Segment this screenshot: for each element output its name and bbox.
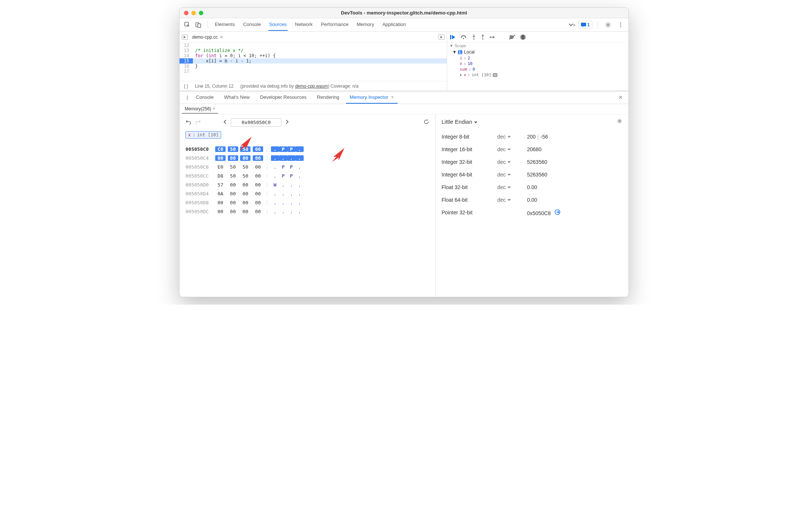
tab-application[interactable]: Application <box>382 19 407 31</box>
close-icon[interactable]: × <box>213 106 215 111</box>
memory-inspector: 0x005050C0 x: int [10] <box>180 114 628 297</box>
value-row: Integer 32-bitdec 5263560 <box>442 156 623 168</box>
scope-var[interactable]: sum: 0 <box>452 66 626 72</box>
step-over-icon[interactable] <box>460 35 467 40</box>
hex-row[interactable]: 005050D40A000000.... <box>185 189 429 198</box>
hex-row[interactable]: 005050DC00000000.... <box>185 207 429 216</box>
close-drawer-icon[interactable]: × <box>615 94 626 101</box>
step-into-icon[interactable] <box>472 34 476 40</box>
drawer-tabs: ConsoleWhat's NewDeveloper ResourcesRend… <box>180 91 628 104</box>
settings-gear-icon[interactable] <box>617 118 623 125</box>
prev-page-icon[interactable] <box>223 119 227 126</box>
kebab-menu-icon[interactable] <box>616 20 626 30</box>
object-chip[interactable]: x: int [10] <box>185 131 221 139</box>
tab-sources[interactable]: Sources <box>268 19 288 31</box>
scope-var[interactable]: ▸x: int [10] <box>452 72 626 78</box>
settings-gear-icon[interactable] <box>603 20 613 30</box>
value-row: Pointer 32-bit0x5050C8 <box>442 206 623 219</box>
hex-row[interactable]: 005050D800000000.... <box>185 198 429 207</box>
scope-header[interactable]: ▼ Scope <box>449 43 626 49</box>
svg-point-5 <box>620 22 621 23</box>
redo-icon[interactable] <box>195 119 201 126</box>
format-select[interactable]: dec <box>497 184 527 190</box>
value-interpreter: Little Endian Integer 8-bitdec 200-56Int… <box>435 114 628 297</box>
format-select[interactable]: dec <box>497 134 527 140</box>
memory-nav: 0x005050C0 <box>185 118 429 127</box>
format-select[interactable]: dec <box>497 146 527 152</box>
drawer-tab-what-s-new[interactable]: What's New <box>220 91 253 104</box>
tab-console[interactable]: Console <box>242 19 262 31</box>
editor-statusbar: { } Line 15, Column 12 (provided via deb… <box>180 81 447 91</box>
tab-elements[interactable]: Elements <box>214 19 236 31</box>
step-icon[interactable] <box>489 35 496 39</box>
tab-network[interactable]: Network <box>294 19 314 31</box>
window-title: DevTools - memory-inspector.glitch.me/de… <box>180 10 628 16</box>
messages-badge[interactable]: 1 <box>578 21 592 29</box>
wasm-link[interactable]: demo-cpp.wasm <box>295 84 328 89</box>
refresh-icon[interactable] <box>423 119 429 126</box>
svg-point-12 <box>490 36 491 38</box>
svg-point-6 <box>620 24 621 25</box>
value-row: Float 64-bitdec 0.00 <box>442 194 623 206</box>
chip-type: int [10] <box>197 132 219 137</box>
svg-point-9 <box>463 38 464 39</box>
endian-select[interactable]: Little Endian <box>442 119 478 125</box>
svg-rect-8 <box>450 35 451 39</box>
pause-exceptions-icon[interactable] <box>520 34 526 40</box>
drawer-tab-memory-inspector[interactable]: Memory Inspector × <box>346 91 398 104</box>
drawer-tab-rendering[interactable]: Rendering <box>313 91 343 104</box>
hex-row[interactable]: 005050C0C8505000.PP. <box>185 145 429 153</box>
next-page-icon[interactable] <box>285 119 289 126</box>
format-select[interactable]: dec <box>497 159 527 165</box>
scope-panel: ▼ Scope ▼ LLocal i: 2n: 10sum: 0▸x: int … <box>447 43 628 91</box>
svg-point-17 <box>187 97 188 98</box>
memory-tab[interactable]: Memory(256) × <box>182 105 218 114</box>
value-row: Float 32-bitdec 0.00 <box>442 181 623 194</box>
hex-row[interactable]: 005050C8E0505000.PP. <box>185 162 429 171</box>
file-tab[interactable]: demo-cpp.cc × <box>190 33 225 42</box>
deactivate-breakpoints-icon[interactable] <box>509 35 515 40</box>
kebab-menu-icon[interactable] <box>182 93 192 103</box>
tab-memory[interactable]: Memory <box>356 19 375 31</box>
value-row: Integer 16-bitdec 20680 <box>442 143 623 156</box>
inspect-element-icon[interactable] <box>182 20 192 30</box>
svg-point-7 <box>620 26 621 27</box>
format-select[interactable]: dec <box>497 172 527 178</box>
debugger-toolbar <box>447 32 628 43</box>
device-toolbar-icon[interactable] <box>194 20 203 30</box>
scope-var[interactable]: i: 2 <box>452 55 626 61</box>
file-tab-label: demo-cpp.cc <box>192 35 218 40</box>
close-icon[interactable]: × <box>220 34 223 40</box>
undo-icon[interactable] <box>185 119 191 126</box>
hex-view[interactable]: 005050C0C8505000.PP.005050C400000000....… <box>185 145 429 216</box>
navigator-icon[interactable] <box>182 35 188 40</box>
address-input[interactable]: 0x005050C0 <box>231 118 281 127</box>
editor-pane: demo-cpp.cc × 1213/* initialize x */14fo… <box>180 32 447 91</box>
snippets-icon[interactable] <box>439 35 445 40</box>
format-select[interactable]: dec <box>497 197 527 203</box>
hex-row[interactable]: 005050C400000000.... <box>185 153 429 162</box>
svg-rect-13 <box>522 36 523 39</box>
scope-var[interactable]: n: 10 <box>452 61 626 66</box>
code-editor[interactable]: 1213/* initialize x */14for (int i = 0; … <box>180 43 447 81</box>
goto-icon[interactable] <box>555 210 560 216</box>
scope-local[interactable]: ▼ LLocal <box>452 49 626 55</box>
memory-view: 0x005050C0 x: int [10] <box>180 114 435 297</box>
devtools-window: DevTools - memory-inspector.glitch.me/de… <box>179 7 629 297</box>
drawer-tab-developer-resources[interactable]: Developer Resources <box>256 91 310 104</box>
more-tabs-icon[interactable]: » <box>567 20 577 30</box>
hex-row[interactable]: 005050CCD8505000.PP. <box>185 171 429 180</box>
step-out-icon[interactable] <box>481 34 485 40</box>
svg-point-18 <box>187 98 188 99</box>
tab-performance[interactable]: Performance <box>320 19 349 31</box>
resume-icon[interactable] <box>450 35 456 40</box>
drawer-tab-console[interactable]: Console <box>192 91 217 104</box>
value-row: Integer 64-bitdec 5263560 <box>442 168 623 181</box>
svg-rect-15 <box>493 74 497 77</box>
hex-row[interactable]: 005050D057000000W... <box>185 180 429 189</box>
svg-rect-2 <box>198 24 201 27</box>
messages-count: 1 <box>587 22 590 27</box>
memory-tabs: Memory(256) × <box>180 104 628 114</box>
panel-tabs: ElementsConsoleSourcesNetworkPerformance… <box>214 19 566 31</box>
toolbar-right: 1 <box>578 20 626 30</box>
